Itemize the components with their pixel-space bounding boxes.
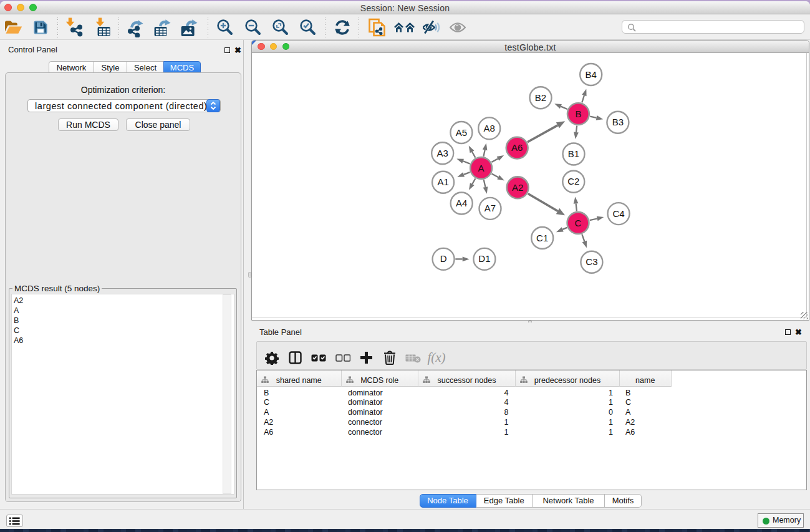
svg-text:A3: A3 [437, 148, 448, 158]
svg-text:C4: C4 [612, 208, 624, 219]
svg-text:C: C [575, 218, 582, 228]
svg-text:A7: A7 [485, 203, 496, 213]
svg-text:B1: B1 [568, 148, 579, 159]
svg-text:C2: C2 [567, 176, 579, 186]
svg-text:B2: B2 [535, 92, 546, 103]
svg-text:A1: A1 [437, 177, 448, 187]
svg-text:D: D [440, 253, 447, 264]
svg-text:A: A [478, 163, 485, 173]
svg-text:B4: B4 [586, 69, 597, 80]
svg-text:A8: A8 [484, 123, 495, 133]
svg-text:A6: A6 [511, 142, 523, 153]
svg-text:C1: C1 [536, 233, 548, 243]
svg-text:B3: B3 [612, 117, 624, 127]
svg-text:A4: A4 [456, 198, 467, 208]
svg-text:C3: C3 [586, 256, 597, 267]
svg-text:D1: D1 [478, 253, 490, 264]
svg-text:A2: A2 [512, 182, 523, 193]
svg-text:A5: A5 [456, 127, 467, 138]
svg-text:B: B [575, 109, 581, 119]
